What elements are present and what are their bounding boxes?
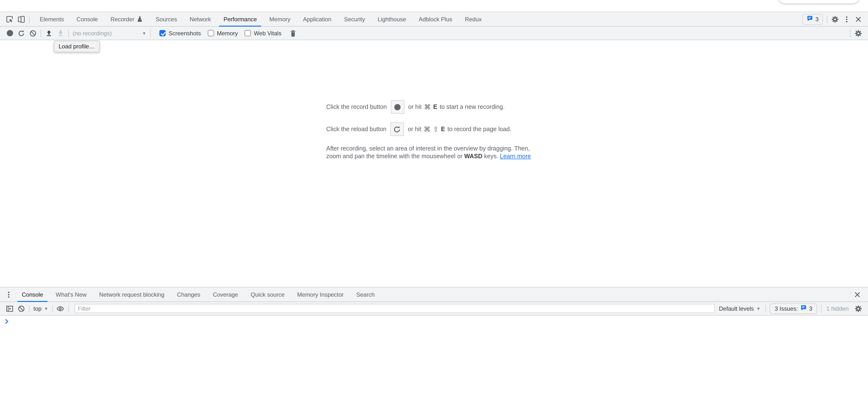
message-bubble-icon [800, 305, 807, 312]
issues-badge[interactable]: 3 [802, 14, 823, 25]
message-bubble-icon [807, 15, 813, 23]
separator [29, 305, 30, 312]
drawer-tab-console[interactable]: Console [16, 287, 50, 302]
checkbox-unchecked-icon[interactable] [245, 30, 251, 36]
tab-security[interactable]: Security [338, 12, 371, 26]
drawer-tabbar: Console What's New Network request block… [0, 287, 868, 302]
cmd-key-glyph: ⌘ [424, 125, 430, 133]
separator [68, 305, 68, 312]
separator [150, 29, 151, 37]
landing-instructions: Click the record button or hit ⌘ E to st… [326, 40, 542, 160]
checkbox-unchecked-icon[interactable] [208, 30, 214, 36]
log-levels-dropdown[interactable]: Default levels ▼ [719, 305, 761, 312]
tab-adblock-plus[interactable]: Adblock Plus [412, 12, 459, 26]
tab-network[interactable]: Network [183, 12, 217, 26]
web-vitals-checkbox[interactable]: Web Vitals [245, 30, 281, 37]
trash-icon[interactable] [287, 27, 299, 39]
reload-instruction-row: Click the reload button or hit ⌘ ⇧ E to … [326, 123, 542, 136]
device-toolbar-icon[interactable] [16, 13, 27, 25]
screenshots-checkbox[interactable]: Screenshots [159, 30, 201, 37]
reload-button-illustration [391, 123, 404, 136]
hidden-messages-count: 1 hidden [826, 305, 848, 312]
drawer-tab-whats-new[interactable]: What's New [50, 287, 93, 302]
save-profile-icon[interactable] [55, 27, 66, 39]
record-instruction-row: Click the record button or hit ⌘ E to st… [326, 100, 542, 114]
tab-redux[interactable]: Redux [459, 12, 488, 26]
drawer-tab-memory-inspector[interactable]: Memory Inspector [291, 287, 350, 302]
performance-toolbar: (no recordings) ▼ Screenshots Memory Web… [0, 27, 868, 40]
issues-count: 3 [809, 305, 812, 312]
drawer-tab-search[interactable]: Search [350, 287, 381, 302]
separator [29, 15, 30, 23]
drawer-more-tools-icon[interactable] [3, 289, 14, 300]
main-tabs: Elements Console Recorder Sources Networ… [33, 12, 488, 26]
console-toolbar: top ▼ Default levels ▼ 3 Issues: [0, 302, 868, 315]
tab-application[interactable]: Application [297, 12, 338, 26]
tab-memory[interactable]: Memory [263, 12, 297, 26]
console-messages-area[interactable] [0, 315, 868, 406]
tab-sources[interactable]: Sources [149, 12, 183, 26]
learn-more-link[interactable]: Learn more [500, 153, 531, 160]
close-drawer-icon[interactable] [851, 289, 863, 300]
cmd-key-glyph: ⌘ [424, 103, 431, 111]
record-button[interactable] [4, 27, 16, 39]
separator [41, 29, 41, 37]
drawer-tabs: Console What's New Network request block… [16, 287, 381, 302]
more-options-icon[interactable] [841, 13, 852, 25]
inspect-element-icon[interactable] [4, 13, 16, 25]
drawer-tab-coverage[interactable]: Coverage [207, 287, 244, 302]
capture-settings-gear-icon[interactable] [852, 27, 864, 39]
separator [765, 305, 766, 312]
load-profile-tooltip: Load profile… [54, 41, 99, 52]
chevron-down-icon: ▼ [44, 306, 48, 311]
separator [850, 29, 850, 37]
load-profile-icon[interactable] [43, 27, 55, 39]
tab-recorder[interactable]: Recorder [104, 12, 149, 26]
devtools-tabbar: Elements Console Recorder Sources Networ… [0, 11, 868, 27]
separator [827, 15, 827, 23]
create-live-expression-eye-icon[interactable] [55, 303, 66, 314]
javascript-context-dropdown[interactable]: top ▼ [33, 305, 48, 312]
separator [821, 305, 822, 312]
clear-console-icon[interactable] [16, 303, 27, 314]
console-filter-input[interactable] [74, 304, 715, 313]
shift-key-glyph: ⇧ [433, 125, 438, 133]
reload-and-record-button[interactable] [16, 27, 27, 39]
drawer-tab-quick-source[interactable]: Quick source [244, 287, 291, 302]
console-prompt-chevron-icon [4, 319, 10, 326]
drawer-tab-network-request-blocking[interactable]: Network request blocking [93, 287, 170, 302]
tab-lighthouse[interactable]: Lighthouse [371, 12, 412, 26]
tabbar-right-controls: 3 [802, 12, 868, 26]
tab-console[interactable]: Console [70, 12, 104, 26]
tab-elements[interactable]: Elements [33, 12, 70, 26]
settings-gear-icon[interactable] [829, 13, 841, 25]
separator [52, 305, 53, 312]
console-sidebar-icon[interactable] [4, 303, 16, 314]
checkbox-checked-icon[interactable] [159, 30, 166, 36]
clear-recordings-icon[interactable] [27, 27, 39, 39]
issues-button[interactable]: 3 Issues: 3 [770, 303, 817, 314]
browser-strip [0, 0, 868, 11]
browser-popup-bubble-edge [778, 0, 859, 3]
performance-panel-body: Click the record button or hit ⌘ E to st… [0, 40, 868, 287]
recordings-dropdown[interactable]: (no recordings) ▼ [73, 30, 146, 37]
console-settings-gear-icon[interactable] [852, 303, 864, 314]
chevron-down-icon: ▼ [756, 306, 761, 311]
record-button-illustration [391, 100, 404, 114]
tab-performance[interactable]: Performance [217, 12, 263, 26]
devtools-window: Elements Console Recorder Sources Networ… [0, 0, 868, 406]
issues-badge-count: 3 [815, 16, 818, 23]
experiment-flask-icon [137, 16, 143, 22]
close-devtools-icon[interactable] [852, 13, 864, 25]
tabbar-left-icons [0, 12, 33, 26]
after-recording-paragraph: After recording, select an area of inter… [326, 145, 542, 160]
drawer-tab-changes[interactable]: Changes [171, 287, 207, 302]
separator [68, 29, 69, 37]
chevron-down-icon: ▼ [142, 31, 146, 36]
memory-checkbox[interactable]: Memory [208, 30, 238, 37]
